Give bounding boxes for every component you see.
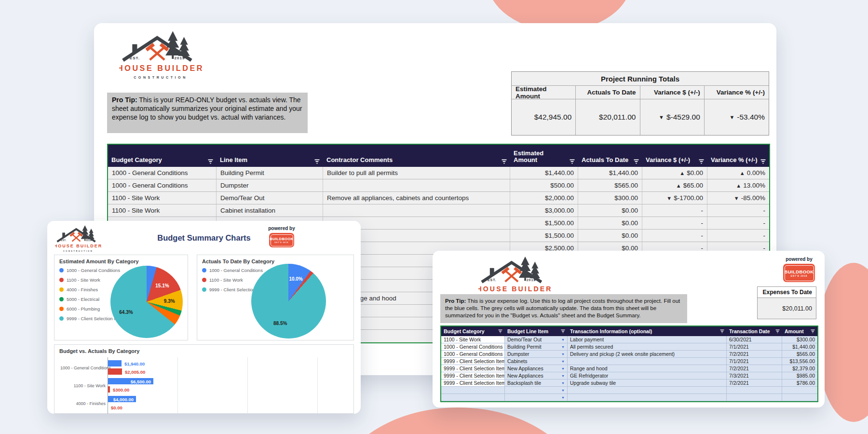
transaction-date-cell[interactable]: 7/1/2021: [727, 358, 782, 365]
budget-line-item-cell[interactable]: ▼: [505, 387, 568, 394]
legend-swatch: [59, 287, 64, 292]
amount-cell[interactable]: $2,379.00: [782, 365, 817, 372]
dropdown-arrow-icon[interactable]: ▼: [561, 381, 565, 385]
transaction-date-cell[interactable]: 7/2/2021: [727, 365, 782, 372]
running-totals-header: Actuals To Date: [576, 86, 640, 99]
dropdown-arrow-icon[interactable]: ▼: [561, 338, 565, 341]
transaction-info-cell[interactable]: [568, 387, 727, 394]
budget-line-item-cell[interactable]: Cabinets▼: [505, 358, 568, 365]
budget-category-cell[interactable]: 9999 - Client Selection Item: [441, 365, 505, 372]
transaction-date-cell[interactable]: 7/3/2021: [727, 372, 782, 380]
expenses-to-date-value: $20,011.00: [757, 298, 816, 319]
legend-swatch: [59, 316, 64, 321]
amount-cell[interactable]: $1,440.00: [782, 343, 817, 351]
filter-icon[interactable]: [699, 159, 704, 164]
expense-row: 9999 - Client Selection ItemBacksplash t…: [441, 380, 817, 387]
actuals-pie-chart: Actuals To Date By Category 1000 - Gener…: [197, 255, 354, 340]
filter-icon[interactable]: [634, 159, 639, 164]
expense-row: 9999 - Client Selection ItemNew Applianc…: [441, 365, 817, 372]
amount-cell[interactable]: $565.00: [782, 351, 817, 358]
chart-title: Budget vs. Actuals By Category: [59, 348, 139, 354]
budget-category-cell[interactable]: 9999 - Client Selection Item: [441, 380, 505, 387]
transaction-info-cell[interactable]: Delivery and pickup (2 week onsite place…: [568, 351, 727, 358]
transaction-date-cell[interactable]: [727, 394, 782, 401]
cell: $1,500.00: [510, 217, 578, 229]
filter-icon[interactable]: [208, 159, 213, 164]
budget-line-item-cell[interactable]: Backsplash tile▼: [505, 380, 568, 387]
pro-tip-budget: Pro Tip: This is your READ-ONLY budget v…: [107, 93, 308, 133]
amount-cell[interactable]: [782, 394, 817, 401]
transaction-date-cell[interactable]: 6/30/2021: [727, 336, 782, 343]
transaction-info-cell[interactable]: All permits secured: [568, 343, 727, 351]
budget-category-cell[interactable]: [441, 387, 505, 394]
running-totals-header: Estimated Amount: [512, 86, 576, 99]
transaction-info-cell[interactable]: Range and hood: [568, 365, 727, 372]
transaction-info-cell[interactable]: Labor payment: [568, 336, 727, 343]
filter-icon[interactable]: [811, 329, 815, 333]
filter-icon[interactable]: [314, 159, 320, 164]
amount-cell[interactable]: $300.00: [782, 336, 817, 343]
budget-line-item-cell[interactable]: New Appliances▼: [505, 365, 568, 372]
filter-icon[interactable]: [720, 329, 724, 333]
dropdown-arrow-icon[interactable]: ▼: [561, 345, 565, 349]
dropdown-arrow-icon[interactable]: ▼: [561, 389, 565, 392]
svg-text:EST.: EST.: [488, 278, 496, 282]
down-triangle-icon: ▼: [729, 114, 734, 120]
up-triangle-icon: ▲: [740, 170, 745, 176]
transaction-info-cell[interactable]: Upgrade subway tile: [568, 380, 727, 387]
amount-cell[interactable]: [782, 387, 817, 394]
powered-by-block: powered by BUILDBOOK EST'D 2018: [264, 226, 299, 247]
cell: $2,000.00: [510, 192, 578, 204]
transaction-info-cell[interactable]: GE Refridgerator: [568, 372, 727, 380]
dropdown-arrow-icon[interactable]: ▼: [561, 396, 565, 399]
bar-value-label: $2,005.00: [125, 369, 145, 374]
amount-cell[interactable]: $985.00: [782, 372, 817, 380]
filter-icon[interactable]: [760, 159, 766, 164]
bar: [108, 360, 122, 366]
transaction-info-cell[interactable]: [568, 394, 727, 401]
budget-line-item-cell[interactable]: Dumpster▼: [505, 351, 568, 358]
svg-text:2019: 2019: [174, 56, 185, 60]
dropdown-arrow-icon[interactable]: ▼: [561, 367, 565, 370]
budget-category-cell[interactable]: 9999 - Client Selection Item: [441, 358, 505, 365]
column-header: Budget Line Item: [505, 326, 568, 336]
dropdown-arrow-icon[interactable]: ▼: [561, 353, 565, 356]
legend-swatch: [202, 287, 206, 292]
powered-by-block: powered by BUILDBOOK EST'D 2018: [782, 257, 816, 282]
dropdown-arrow-icon[interactable]: ▼: [561, 374, 565, 378]
bar: [108, 368, 122, 375]
expense-row: ▼: [441, 394, 817, 401]
filter-icon[interactable]: [498, 329, 502, 333]
budget-category-cell[interactable]: 1000 - General Conditions: [441, 351, 505, 358]
down-triangle-icon: ▼: [734, 195, 739, 201]
budget-line-item-cell[interactable]: Building Permit▼: [505, 343, 568, 351]
amount-cell[interactable]: $786.00: [782, 380, 817, 387]
transaction-date-cell[interactable]: 7/2/2021: [727, 380, 782, 387]
transaction-date-cell[interactable]: [727, 387, 782, 394]
budget-category-cell[interactable]: 1000 - General Conditions: [441, 343, 505, 351]
variance-cell: ▲$0.00: [642, 167, 707, 179]
filter-icon[interactable]: [570, 159, 575, 164]
legend-swatch: [202, 278, 206, 282]
filter-icon[interactable]: [502, 159, 507, 164]
budget-table-row: 1100 - Site WorkDemo/Tear OutRemove all …: [108, 192, 769, 204]
filter-icon[interactable]: [775, 329, 780, 333]
pro-tip-label: Pro Tip:: [112, 96, 137, 104]
amount-cell[interactable]: $13,556.00: [782, 358, 817, 365]
transaction-date-cell[interactable]: 7/2/2021: [727, 351, 782, 358]
chart-title: Actuals To Date By Category: [202, 258, 274, 264]
transaction-date-cell[interactable]: 7/1/2021: [727, 343, 782, 351]
cell: Dumpster: [217, 179, 323, 191]
column-header: Transaction Date: [727, 326, 782, 336]
budget-category-cell[interactable]: 9999 - Client Selection Item: [441, 372, 505, 380]
gridline: [317, 357, 318, 414]
budget-category-cell[interactable]: 1100 - Site Work: [441, 336, 505, 343]
budget-line-item-cell[interactable]: New Appliances▼: [505, 372, 568, 380]
budget-category-cell[interactable]: [441, 394, 505, 401]
dropdown-arrow-icon[interactable]: ▼: [561, 360, 565, 363]
transaction-info-cell[interactable]: [568, 358, 727, 365]
svg-text:CONSTRUCTION: CONSTRUCTION: [134, 76, 188, 80]
budget-line-item-cell[interactable]: ▼: [505, 394, 568, 401]
filter-icon[interactable]: [561, 329, 565, 333]
budget-line-item-cell[interactable]: Demo/Tear Out▼: [505, 336, 568, 343]
